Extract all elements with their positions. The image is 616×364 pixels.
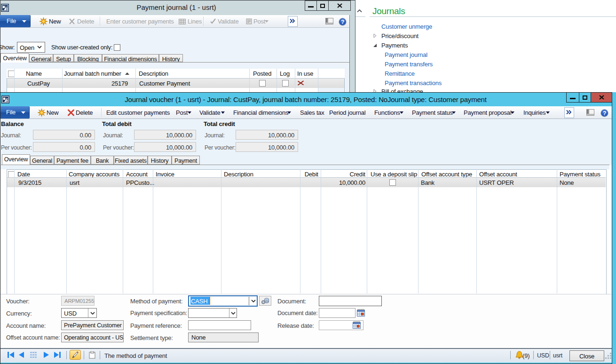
- svg-text:?: ?: [341, 19, 344, 25]
- svg-text:?: ?: [603, 110, 606, 117]
